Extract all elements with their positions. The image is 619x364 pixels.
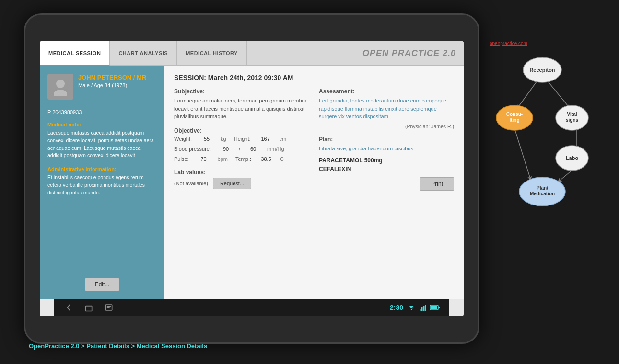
tablet-frame: MEDICAL SESSION CHART ANALYSIS MEDICAL H…	[24, 13, 479, 344]
temp-label: Temp.:	[235, 156, 251, 162]
patient-name-block: JOHN PETERSON / MR Male / Age 34 (1978)	[78, 74, 146, 88]
patient-sidebar: JOHN PETERSON / MR Male / Age 34 (1978) …	[40, 66, 164, 299]
workflow-svg: Recepiton Consu- lting Vital signs Labo …	[490, 52, 590, 210]
plan-label: Plan:	[319, 136, 454, 143]
assessment-text: Fert grandia, fontes moderantum duae cum…	[319, 97, 454, 121]
admin-info-text: Et instabilis caecoque pondus egens reru…	[47, 174, 157, 196]
workflow-diagram: Recepiton Consu- lting Vital signs Labo …	[490, 52, 590, 205]
svg-text:Recepiton: Recepiton	[529, 67, 555, 73]
pulse-unit: bpm	[218, 156, 228, 162]
nav-icons	[64, 303, 114, 312]
svg-rect-7	[420, 309, 421, 311]
avatar	[47, 74, 73, 100]
app-title: OPEN PRACTICE 2.0	[362, 41, 464, 65]
recent-icon[interactable]	[104, 303, 114, 312]
svg-text:Consu-: Consu-	[506, 112, 523, 117]
patient-gender-age: Male / Age 34 (1978)	[78, 82, 146, 88]
bp-separator: /	[239, 146, 240, 152]
patient-info: JOHN PETERSON / MR Male / Age 34 (1978)	[47, 74, 157, 100]
medical-note-text: Lacusque mutastis caeca addidit postquam…	[47, 129, 157, 159]
weight-unit: kg	[221, 136, 226, 142]
session-two-col: Subjective: Formaeque animalia iners, te…	[174, 88, 454, 291]
wifi-icon	[407, 304, 416, 311]
bp-unit: mm/Hg	[267, 146, 284, 152]
session-left-col: Subjective: Formaeque animalia iners, te…	[174, 88, 309, 291]
objective-label: Objective:	[174, 127, 309, 134]
tablet-screen: MEDICAL SESSION CHART ANALYSIS MEDICAL H…	[40, 41, 464, 316]
tab-bar: MEDICAL SESSION CHART ANALYSIS MEDICAL H…	[40, 41, 464, 66]
request-button[interactable]: Request...	[213, 178, 251, 189]
edit-button[interactable]: Edit...	[85, 278, 120, 291]
subjective-label: Subjective:	[174, 88, 309, 95]
session-title: SESSION: March 24th, 2012 09:30 AM	[174, 74, 454, 81]
print-button[interactable]: Print	[420, 177, 454, 191]
weight-input[interactable]	[197, 136, 217, 142]
svg-text:Labo: Labo	[566, 155, 579, 161]
tab-chart-analysis[interactable]: CHART ANALYSIS	[110, 41, 177, 65]
back-icon[interactable]	[64, 303, 73, 312]
height-input[interactable]	[256, 136, 276, 142]
lab-label: Lab values:	[174, 169, 309, 176]
bottom-bar: 2:30	[54, 299, 449, 316]
pulse-temp-row: Pulse: bpm Temp.: C	[174, 156, 309, 162]
plan-text: Librata sive, grandia habendum piscibus.	[319, 145, 454, 153]
patient-name: JOHN PETERSON / MR	[78, 74, 146, 81]
svg-rect-6	[107, 307, 110, 308]
svg-rect-13	[439, 307, 440, 308]
home-icon[interactable]	[84, 303, 93, 312]
svg-text:Medication: Medication	[530, 191, 555, 196]
bp-row: Blood pressure: / mm/Hg	[174, 146, 309, 152]
svg-rect-8	[421, 307, 423, 311]
medical-note-label: Medical note:	[47, 122, 157, 127]
bp-dia-input[interactable]	[243, 146, 263, 152]
admin-info-label: Administrative information:	[47, 166, 157, 172]
session-panel: SESSION: March 24th, 2012 09:30 AM Subje…	[164, 66, 464, 299]
weight-label: Weight:	[174, 136, 192, 142]
svg-text:signs: signs	[566, 117, 579, 123]
workflow-panel: openpractice.com Recepiton Co	[490, 41, 590, 205]
bp-label: Blood pressure:	[174, 146, 211, 152]
tab-medical-session[interactable]: MEDICAL SESSION	[40, 41, 110, 66]
status-bar-right: 2:30	[390, 304, 440, 311]
svg-point-0	[56, 80, 65, 88]
svg-rect-12	[431, 306, 437, 309]
patient-phone: P 2043980933	[47, 109, 157, 115]
signal-icon	[420, 304, 426, 311]
pulse-input[interactable]	[194, 156, 214, 162]
lab-row: (Not available) Request...	[174, 178, 309, 189]
temp-unit: C	[280, 156, 284, 162]
height-label: Height:	[234, 136, 251, 142]
weight-height-row: Weight: kg Height: cm	[174, 136, 309, 142]
svg-rect-9	[423, 306, 425, 311]
medication2: CEFALEXIN	[319, 166, 454, 172]
svg-point-1	[54, 90, 67, 96]
lab-status: (Not available)	[174, 181, 208, 186]
svg-text:Vital: Vital	[567, 112, 577, 117]
svg-text:lting: lting	[509, 117, 519, 123]
medication1: PARACETAMOL 500mg	[319, 157, 454, 164]
height-unit: cm	[280, 136, 287, 142]
svg-rect-5	[107, 306, 111, 307]
print-row: Print	[319, 177, 454, 191]
workflow-link[interactable]: openpractice.com	[490, 41, 590, 46]
pulse-label: Pulse:	[174, 156, 189, 162]
breadcrumb: OpenPractice 2.0 > Patient Details > Med…	[29, 342, 207, 350]
svg-rect-10	[425, 305, 426, 311]
svg-text:Plan/: Plan/	[537, 185, 548, 191]
assessment-label: Assessment:	[319, 88, 454, 95]
subjective-text: Formaeque animalia iners, terrenae pereg…	[174, 97, 309, 121]
content-area: JOHN PETERSON / MR Male / Age 34 (1978) …	[40, 66, 464, 299]
clock: 2:30	[390, 304, 403, 311]
bp-sys-input[interactable]	[216, 146, 236, 152]
temp-input[interactable]	[256, 156, 276, 162]
tab-medical-history[interactable]: MEDICAL HISTORY	[177, 41, 247, 65]
battery-icon	[430, 304, 440, 311]
physician-note: (Physician: James R.)	[319, 124, 454, 129]
lab-section: Lab values: (Not available) Request...	[174, 169, 309, 189]
session-right-col: Assessment: Fert grandia, fontes moderan…	[319, 88, 454, 291]
